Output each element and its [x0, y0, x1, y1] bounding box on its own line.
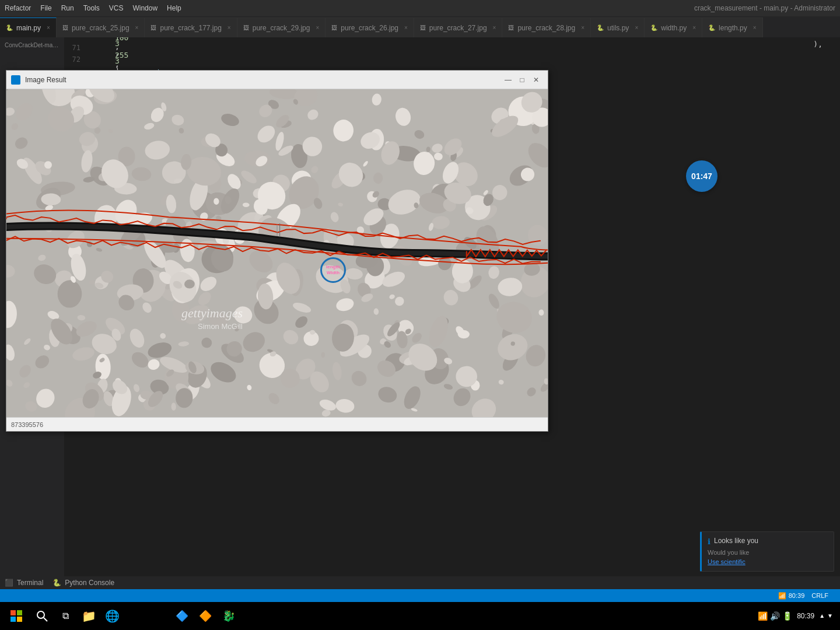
- app2-button[interactable]: 🔶: [195, 606, 216, 626]
- explorer-button[interactable]: 📁: [78, 606, 99, 626]
- image-id: 873395576: [11, 421, 43, 428]
- terminal-tab[interactable]: ⬛ Terminal: [5, 579, 43, 587]
- clock-time: 80:39: [797, 611, 814, 621]
- python-console-label: Python Console: [65, 579, 114, 587]
- tab-main-py[interactable]: 🐍 main.py ×: [0, 18, 57, 37]
- mail-button[interactable]: ✉: [148, 606, 169, 626]
- notification-link[interactable]: Use scientific: [708, 558, 746, 565]
- tab-label-crack29: pure_crack_29.jpg: [253, 24, 310, 32]
- taskbar: ⧉ 📁 🌐 🛍 ✉ 🔷 🔶 🐉 📶 🔊 🔋 80:39 ▲ ▼: [0, 602, 840, 630]
- tab-close-crack26[interactable]: ×: [404, 24, 408, 31]
- tab-pure-crack-177[interactable]: 🖼 pure_crack_177.jpg ×: [145, 18, 237, 37]
- window-app-icon: [11, 75, 20, 85]
- notification-body: Would you like Use scientific: [708, 548, 828, 566]
- python-icon: 🐍: [52, 579, 61, 587]
- search-button[interactable]: [32, 606, 52, 626]
- tab-close-utils[interactable]: ×: [635, 24, 638, 31]
- volume-icon[interactable]: 🔊: [770, 611, 780, 621]
- status-time: 80:39: [789, 592, 805, 599]
- tab-pure-crack-26[interactable]: 🖼 pure_crack_26.jpg ×: [326, 18, 414, 37]
- terminal-label: Terminal: [17, 579, 43, 587]
- svg-rect-2: [10, 617, 16, 622]
- tab-pure-crack-28[interactable]: 🖼 pure_crack_28.jpg ×: [502, 18, 591, 37]
- tab-close-length[interactable]: ×: [753, 24, 757, 31]
- window-title: crack_measurement - main.py - Administra…: [694, 4, 835, 12]
- code-line-72: 72 edge = cv2.Canny ( ero , 100 , 255 , …: [64, 54, 840, 65]
- tab-label-length: length.py: [719, 24, 747, 32]
- tab-label-crack27: pure_crack_27.jpg: [429, 24, 487, 32]
- tab-close-crack28[interactable]: ×: [581, 24, 584, 31]
- wifi-icon: 📶: [778, 592, 786, 600]
- status-encoding: 📶 80:39: [778, 592, 805, 600]
- close-button[interactable]: ✕: [529, 73, 543, 87]
- tab-label-crack28: pure_crack_28.jpg: [517, 24, 575, 32]
- python-console-tab[interactable]: 🐍 Python Console: [52, 579, 114, 587]
- chevron-down-icon[interactable]: ▼: [827, 612, 833, 619]
- store-icon: 🛍: [130, 610, 141, 622]
- tab-close-crack27[interactable]: ×: [493, 24, 496, 31]
- menu-item-window[interactable]: Window: [132, 4, 158, 12]
- svg-rect-1: [17, 610, 22, 615]
- image-footer: 873395576: [6, 417, 548, 431]
- store-button[interactable]: 🛍: [125, 606, 146, 626]
- minimize-button[interactable]: —: [501, 73, 515, 87]
- menu-item-help[interactable]: Help: [167, 4, 181, 12]
- image-window: Image Result — □ ✕ gettyimages Simon McG…: [6, 70, 548, 432]
- svg-rect-0: [10, 610, 16, 615]
- app3-button[interactable]: 🐉: [218, 606, 239, 626]
- taskview-button[interactable]: ⧉: [55, 606, 76, 626]
- tab-close-crack25[interactable]: ×: [135, 24, 139, 31]
- app1-icon: 🔷: [176, 610, 188, 622]
- status-bar: 📶 80:39 CRLF: [0, 589, 840, 602]
- svg-line-5: [44, 618, 47, 621]
- tab-label-crack26: pure_crack_26.jpg: [341, 24, 398, 32]
- maximize-button[interactable]: □: [515, 73, 529, 87]
- clock[interactable]: 80:39: [797, 611, 814, 621]
- tab-close-crack177[interactable]: ×: [228, 24, 231, 31]
- terminal-icon: ⬛: [5, 579, 13, 587]
- tab-pure-crack-29[interactable]: 🖼 pure_crack_29.jpg ×: [237, 18, 326, 37]
- tab-utils[interactable]: 🐍 utils.py ×: [591, 18, 645, 37]
- taskview-icon: ⧉: [62, 611, 69, 621]
- notification-popup: ℹ Looks like you Would you like Use scie…: [700, 531, 834, 572]
- tab-pure-crack-27[interactable]: 🖼 pure_crack_27.jpg ×: [414, 18, 503, 37]
- menu-item-run[interactable]: Run: [61, 4, 74, 12]
- measurement-label: length Width: [322, 264, 344, 275]
- tab-label-width: width.py: [661, 24, 687, 32]
- code-continuation: ),: [813, 40, 822, 48]
- start-button[interactable]: [2, 602, 30, 630]
- battery-icon[interactable]: 🔋: [782, 611, 792, 621]
- tab-length[interactable]: 🐍 length.py ×: [702, 18, 763, 37]
- notification-icon: ℹ: [708, 537, 710, 546]
- bottom-panels: ⬛ Terminal 🐍 Python Console: [0, 576, 840, 589]
- tab-width[interactable]: 🐍 width.py ×: [645, 18, 702, 37]
- wifi-tray-icon[interactable]: 📶: [758, 611, 768, 621]
- tab-close-crack29[interactable]: ×: [316, 24, 319, 31]
- app1-button[interactable]: 🔷: [172, 606, 192, 626]
- menu-bar: Refactor File Run Tools VCS Window Help …: [0, 0, 840, 16]
- sys-icons: 📶 🔊 🔋: [758, 611, 792, 621]
- system-tray: 📶 🔊 🔋 80:39 ▲ ▼: [758, 611, 838, 621]
- notification-line1: Would you like: [708, 549, 749, 556]
- browser-icon: 🌐: [105, 609, 120, 623]
- menu-item-vcs[interactable]: VCS: [109, 4, 124, 12]
- tab-pure-crack-25[interactable]: 🖼 pure_crack_25.jpg ×: [57, 18, 145, 37]
- svg-point-4: [37, 611, 44, 618]
- browser-button[interactable]: 🌐: [102, 606, 123, 626]
- notification-chevrons: ▲ ▼: [819, 612, 833, 619]
- sidebar-label: ConvCrackDet-main\C: [0, 40, 64, 51]
- app3-icon: 🐉: [222, 610, 235, 622]
- tab-label-crack25: pure_crack_25.jpg: [72, 24, 130, 32]
- tab-close-main[interactable]: ×: [47, 24, 50, 31]
- image-window-title: Image Result: [25, 76, 501, 84]
- chevron-up-icon[interactable]: ▲: [819, 612, 825, 619]
- svg-rect-3: [17, 617, 22, 622]
- tab-close-width[interactable]: ×: [692, 24, 696, 31]
- menu-item-tools[interactable]: Tools: [83, 4, 100, 12]
- tab-label-main: main.py: [16, 24, 41, 32]
- menu-item-file[interactable]: File: [40, 4, 51, 12]
- tab-icon-main: 🐍: [6, 24, 13, 31]
- menu-item-refactor[interactable]: Refactor: [5, 4, 31, 12]
- image-titlebar: Image Result — □ ✕: [6, 71, 548, 89]
- windows-logo-icon: [10, 610, 22, 622]
